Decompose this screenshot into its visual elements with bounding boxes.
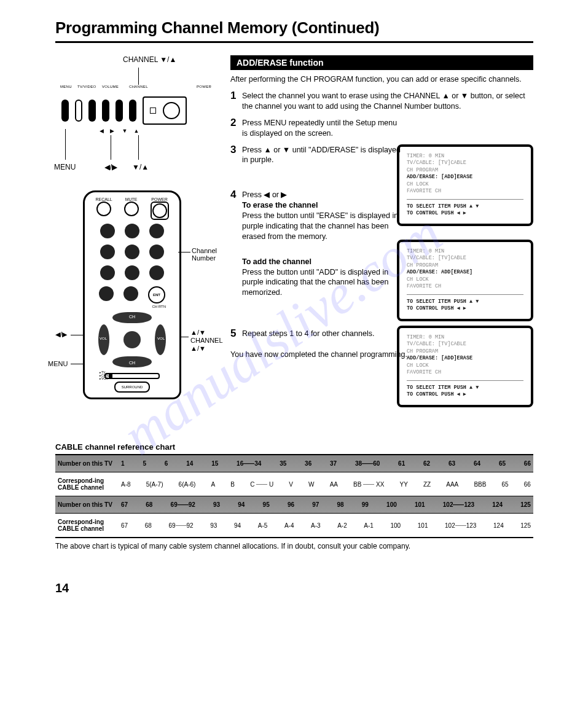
tv-panel-diagram: CHANNEL ▼/▲ MENU TV/VIDEO VOLUME CHANNEL…: [55, 55, 224, 184]
table-cell: 66: [524, 460, 531, 467]
cable-chart-table: Number on this TV 156141516┄┄┄3435363738…: [55, 454, 533, 538]
table-cell: 124: [493, 522, 504, 529]
table-cell: 94: [238, 501, 245, 508]
remote-label-power: POWER: [151, 197, 167, 202]
table-cell: 102┄┄┄123: [443, 501, 474, 508]
page-number: 14: [55, 581, 533, 595]
diagram-caption-channel: CHANNEL ▼/▲: [123, 55, 176, 64]
dpad-down-label: CH: [129, 361, 135, 365]
step-2: 2 Press MENU repeatedly until the Setup …: [230, 118, 402, 139]
step-3: 3 Press ▲ or ▼ until "ADD/ERASE" is disp…: [230, 145, 402, 166]
osd-screen-1: TIMER: 0 MIN TV/CABLE: [TV]CABLE CH PROG…: [397, 144, 533, 226]
table-row: Number on this TV 676869┄┄┄9293949596979…: [55, 496, 533, 514]
table-cell: 68: [145, 522, 152, 529]
page-title: Programming Channel Memory (Continued): [55, 18, 533, 37]
power-led-icon: [150, 108, 156, 114]
chrtn-label: CH RTN: [90, 305, 166, 308]
btn-label-menu: MENU: [60, 85, 72, 88]
table-cell: 93: [213, 501, 220, 508]
table-cell: A-3: [311, 522, 321, 529]
mute-button-icon: [124, 202, 139, 216]
panel-btn: [88, 100, 96, 122]
callout-lr: ◀/▶: [55, 331, 67, 339]
chart-section: CABLE channel reference chart Number on …: [55, 442, 533, 550]
table-cell: A-8: [121, 481, 131, 488]
table-cell: AA: [330, 481, 338, 488]
dpad: CH CH VOL VOL: [98, 312, 166, 367]
diagrams-column: CHANNEL ▼/▲ MENU TV/VIDEO VOLUME CHANNEL…: [55, 55, 224, 412]
table-cell: 63: [448, 460, 455, 467]
panel-label-menu: MENU: [54, 163, 76, 171]
osd-screen-2: TIMER: 0 MIN TV/CABLE: [TV]CABLE CH PROG…: [397, 240, 533, 321]
table-cell: 102┄┄┄123: [445, 522, 476, 529]
panel-btn: [116, 100, 123, 122]
table-cell: 66: [524, 481, 531, 488]
panel-btn: [61, 100, 69, 122]
btn-label-volume: VOLUME: [102, 85, 119, 88]
table-cell: 62: [423, 460, 430, 467]
table-cell: 14: [186, 460, 193, 467]
table-cell: 35: [280, 460, 286, 467]
number-pad: ENT: [95, 224, 169, 303]
btn-label-tvvideo: TV/VIDEO: [77, 85, 96, 88]
callout-channel-ud: ▲/▼ CHANNEL ▲/▼: [190, 329, 223, 353]
table-cell: 5(A-7): [146, 481, 163, 488]
table-cell: 15: [211, 460, 218, 467]
table-cell: 38┄┄┄60: [355, 460, 380, 467]
table-cell: 93: [210, 522, 217, 529]
table-cell: 6: [165, 460, 168, 467]
table-cell: BBB: [474, 481, 486, 488]
callout-menu: MENU: [48, 360, 68, 367]
table-cell: 100: [391, 522, 401, 529]
panel-label-lr: ◀/▶: [104, 163, 117, 171]
table-cell: A-2: [337, 522, 347, 529]
table-cell: 36: [305, 460, 311, 467]
table-row: Number on this TV 156141516┄┄┄3435363738…: [55, 455, 533, 472]
table-cell: 69┄┄┄92: [168, 522, 193, 529]
power-knob-icon: [163, 102, 180, 119]
table-cell: C ┄┄┄ U: [250, 481, 273, 488]
table-cell: A: [211, 481, 216, 488]
table-cell: 101: [418, 522, 428, 529]
panel-btn: [75, 100, 82, 122]
chart-heading: CABLE channel reference chart: [55, 442, 533, 452]
table-cell: 125: [520, 501, 531, 508]
dpad-up-label: CH: [129, 315, 135, 319]
instructions-column: ADD/ERASE function After performing the …: [230, 55, 533, 412]
power-button-icon: [152, 203, 167, 218]
table-cell: AAA: [446, 481, 458, 488]
panel-btn: [102, 100, 109, 122]
table-cell: 67: [121, 501, 128, 508]
table-cell: 64: [474, 460, 480, 467]
table-cell: 67: [121, 522, 128, 529]
table-cell: W: [308, 481, 314, 488]
table-cell: 97: [312, 501, 319, 508]
dpad-right-label: VOL: [157, 337, 165, 340]
table-cell: 69┄┄┄92: [171, 501, 195, 508]
recall-button-icon: [96, 202, 111, 216]
remote-diagram: RECALL MUTE POWER ENT CH RTN: [55, 190, 224, 412]
table-cell: ZZ: [423, 481, 431, 488]
table-cell: 68: [146, 501, 152, 508]
arrow-hint: ◀ ▶ ▼ ▲: [100, 128, 139, 134]
panel-label-ud: ▼/▲: [132, 163, 149, 171]
btn-label-channel: CHANNEL: [129, 85, 148, 88]
table-row: Correspond-ing CABLE channel 676869┄┄┄92…: [55, 514, 533, 538]
table-cell: A-5: [258, 522, 268, 529]
table-cell: 98: [337, 501, 344, 508]
table-cell: 101: [415, 501, 425, 508]
table-cell: YY: [399, 481, 407, 488]
table-cell: 6(A-6): [179, 481, 196, 488]
table-cell: 16┄┄┄34: [237, 460, 261, 467]
table-cell: BB ┄┄┄ XX: [353, 481, 384, 488]
table-cell: 125: [520, 522, 531, 529]
table-cell: 65: [502, 481, 509, 488]
osd-screen-3: TIMER: 0 MIN TV/CABLE: [TV]CABLE CH PROG…: [397, 326, 533, 407]
btn-label-power: POWER: [197, 85, 211, 88]
table-cell: V: [289, 481, 293, 488]
table-cell: 124: [492, 501, 503, 508]
panel-btn: [129, 100, 136, 122]
table-cell: 1: [121, 460, 125, 467]
step-4: 4 Press ◀ or ▶ To erase the channel Pres…: [230, 190, 402, 298]
mode-slider-icon: [104, 373, 160, 379]
